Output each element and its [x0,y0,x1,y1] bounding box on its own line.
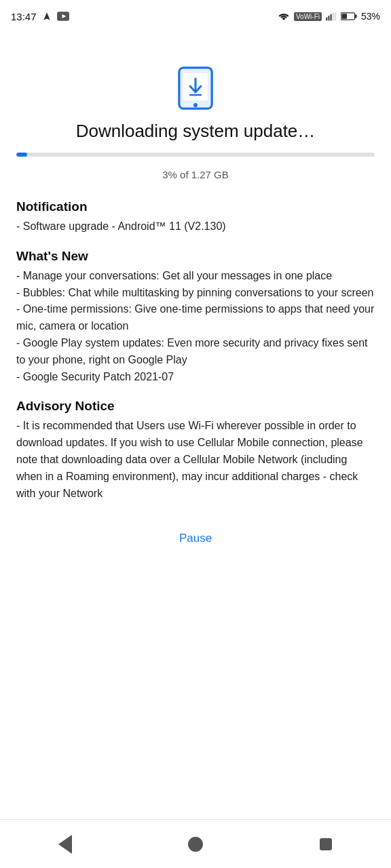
youtube-icon [57,12,69,21]
svg-rect-2 [326,18,327,21]
whats-new-section: What's New - Manage your conversations: … [16,249,375,386]
notification-body: - Software upgrade - Android™ 11 (V2.130… [16,218,375,235]
vowifi-badge: VoWi-Fi [294,12,322,21]
pause-button[interactable]: Pause [16,532,375,545]
progress-label: 3% of 1.27 GB [16,169,375,180]
back-button[interactable] [45,824,86,865]
phone-download-icon [176,66,215,110]
svg-rect-5 [333,12,334,20]
progress-bar-fill [16,153,27,157]
page-title: Downloading system update… [16,121,375,142]
main-content: Downloading system update… 3% of 1.27 GB… [0,33,391,819]
advisory-heading: Advisory Notice [16,399,375,414]
battery-icon [341,12,357,21]
whats-new-body: - Manage your conversations: Get all you… [16,268,375,386]
signal-icon [326,12,337,21]
svg-rect-9 [341,14,347,19]
recents-button[interactable] [305,824,346,865]
progress-container [16,153,375,157]
advisory-body: - It is recommended that Users use Wi-Fi… [16,418,375,502]
svg-point-16 [193,103,198,107]
svg-rect-4 [330,14,331,21]
status-left: 13:47 [11,11,69,22]
advisory-notice-section: Advisory Notice - It is recommended that… [16,399,375,502]
bottom-nav [0,819,391,868]
whats-new-heading: What's New [16,249,375,264]
back-icon [58,835,72,854]
notification-heading: Notification [16,199,375,214]
battery-percentage: 53% [361,11,380,22]
wifi-icon [278,12,290,21]
notification-section: Notification - Software upgrade - Androi… [16,199,375,235]
svg-rect-3 [328,16,329,20]
download-icon-wrapper [16,66,375,110]
svg-rect-6 [335,12,336,20]
home-button[interactable] [175,824,216,865]
svg-rect-8 [355,14,357,18]
time-display: 13:47 [11,11,37,22]
navigation-icon [42,12,52,21]
home-icon [188,837,203,852]
status-bar: 13:47 VoWi-Fi 53% [0,0,391,33]
status-right: VoWi-Fi 53% [278,11,380,22]
progress-bar-background [16,153,375,157]
recents-icon [320,838,332,850]
